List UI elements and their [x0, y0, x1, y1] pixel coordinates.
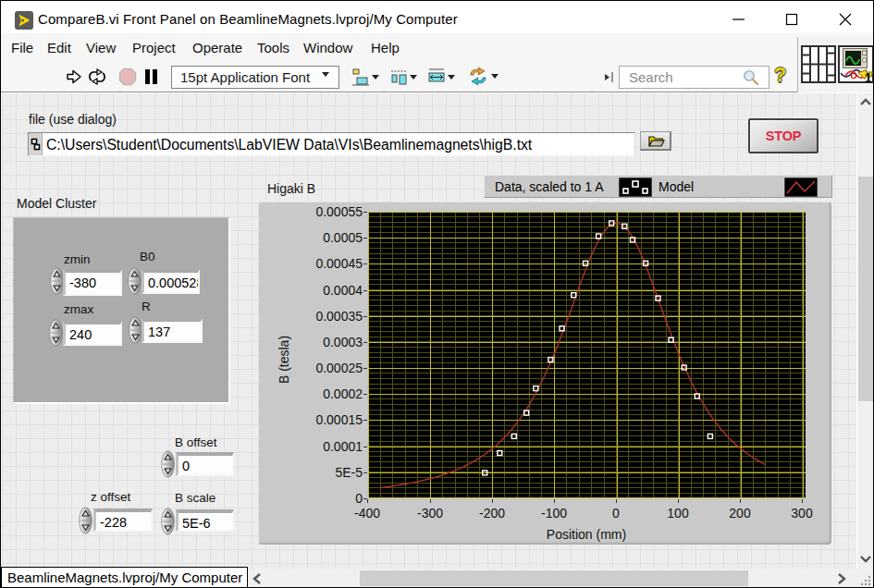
svg-text:1: 1 — [865, 70, 872, 84]
